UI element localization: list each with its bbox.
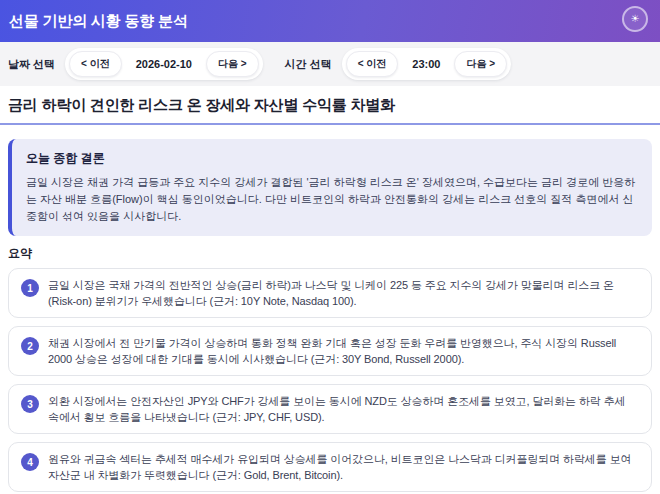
report-headline: 금리 하락이 견인한 리스크 온 장세와 자산별 수익률 차별화 xyxy=(8,95,652,115)
page-title: 선물 기반의 시황 동향 분석 xyxy=(9,12,188,31)
item-number-badge: 3 xyxy=(21,395,39,413)
item-number-badge: 4 xyxy=(21,453,39,471)
item-number-badge: 2 xyxy=(21,337,39,355)
date-selector: < 이전 2026-02-10 다음 > xyxy=(65,48,263,80)
summary-item-card: 3 외환 시장에서는 안전자산인 JPY와 CHF가 강세를 보이는 동시에 N… xyxy=(8,384,652,434)
item-text: 금일 시장은 국채 가격의 전반적인 상승(금리 하락)과 나스닥 및 니케이 … xyxy=(48,277,639,309)
summary-section-title: 요약 xyxy=(8,245,652,262)
conclusion-callout: 오늘 종합 결론 금일 시장은 채권 가격 급등과 주요 지수의 강세가 결합된… xyxy=(8,139,652,236)
time-next-button[interactable]: 다음 > xyxy=(454,51,507,77)
summary-item-card: 1 금일 시장은 국채 가격의 전반적인 상승(금리 하락)과 나스닥 및 니케… xyxy=(8,268,652,318)
item-text: 채권 시장에서 전 만기물 가격이 상승하며 통화 정책 완화 기대 혹은 성장… xyxy=(48,335,639,367)
time-selector: < 이전 23:00 다음 > xyxy=(342,48,511,80)
date-select-label: 날짜 선택 xyxy=(8,57,55,72)
item-text: 외환 시장에서는 안전자산인 JPY와 CHF가 강세를 보이는 동시에 NZD… xyxy=(48,393,639,425)
sun-icon: ☀ xyxy=(631,14,640,24)
theme-toggle-button[interactable]: ☀ xyxy=(622,6,648,32)
time-prev-button[interactable]: < 이전 xyxy=(346,51,399,77)
conclusion-title: 오늘 종합 결론 xyxy=(26,150,638,167)
main-content: 금리 하락이 견인한 리스크 온 장세와 자산별 수익률 차별화 오늘 종합 결… xyxy=(0,86,660,494)
conclusion-body: 금일 시장은 채권 가격 급등과 주요 지수의 강세가 결합된 '금리 하락형 … xyxy=(26,174,638,225)
selector-bar: 날짜 선택 < 이전 2026-02-10 다음 > 시간 선택 < 이전 23… xyxy=(0,42,660,86)
time-value: 23:00 xyxy=(398,58,454,70)
item-number-badge: 1 xyxy=(21,279,39,297)
date-value: 2026-02-10 xyxy=(122,58,206,70)
summary-item-card: 2 채권 시장에서 전 만기물 가격이 상승하며 통화 정책 완화 기대 혹은 … xyxy=(8,326,652,376)
app-header: 선물 기반의 시황 동향 분석 ☀ xyxy=(0,0,660,42)
date-next-button[interactable]: 다음 > xyxy=(206,51,259,77)
headline-divider xyxy=(0,123,660,125)
summary-item-card: 4 원유와 귀금속 섹터는 추세적 매수세가 유입되며 상승세를 이어갔으나, … xyxy=(8,442,652,492)
date-prev-button[interactable]: < 이전 xyxy=(69,51,122,77)
item-text: 원유와 귀금속 섹터는 추세적 매수세가 유입되며 상승세를 이어갔으나, 비트… xyxy=(48,451,639,483)
time-select-label: 시간 선택 xyxy=(285,57,332,72)
